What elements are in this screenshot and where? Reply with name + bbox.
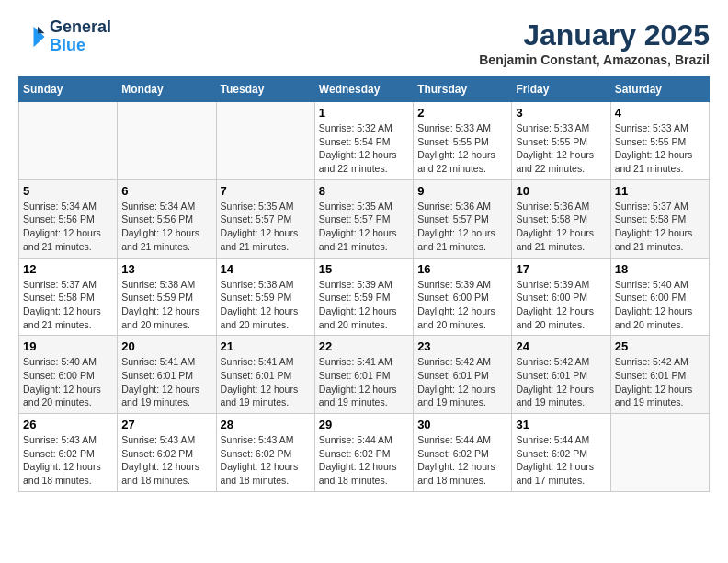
day-number: 6	[121, 184, 211, 198]
calendar-cell: 22Sunrise: 5:41 AM Sunset: 6:01 PM Dayli…	[314, 336, 413, 414]
day-header-thursday: Thursday	[414, 77, 512, 102]
day-number: 21	[221, 339, 311, 353]
day-info: Sunrise: 5:43 AM Sunset: 6:02 PM Dayligh…	[121, 433, 211, 488]
day-header-friday: Friday	[512, 77, 610, 102]
day-number: 19	[23, 339, 113, 353]
day-number: 4	[615, 106, 705, 120]
calendar-cell: 30Sunrise: 5:44 AM Sunset: 6:02 PM Dayli…	[414, 414, 512, 492]
day-number: 2	[417, 106, 507, 120]
calendar-cell	[216, 102, 314, 180]
calendar-cell: 28Sunrise: 5:43 AM Sunset: 6:02 PM Dayli…	[216, 414, 314, 492]
calendar-cell: 4Sunrise: 5:33 AM Sunset: 5:55 PM Daylig…	[610, 102, 709, 180]
day-number: 27	[121, 418, 211, 431]
calendar-cell: 31Sunrise: 5:44 AM Sunset: 6:02 PM Dayli…	[512, 414, 610, 492]
calendar-cell: 10Sunrise: 5:36 AM Sunset: 5:58 PM Dayli…	[512, 179, 610, 258]
calendar-cell	[19, 102, 118, 180]
calendar-cell: 20Sunrise: 5:41 AM Sunset: 6:01 PM Dayli…	[118, 336, 216, 414]
day-info: Sunrise: 5:39 AM Sunset: 6:00 PM Dayligh…	[417, 278, 507, 332]
day-number: 18	[615, 262, 705, 276]
calendar-cell: 6Sunrise: 5:34 AM Sunset: 5:56 PM Daylig…	[118, 179, 216, 258]
day-info: Sunrise: 5:39 AM Sunset: 6:00 PM Dayligh…	[516, 278, 606, 332]
title-area: January 2025 Benjamin Constant, Amazonas…	[479, 18, 710, 67]
day-number: 25	[615, 339, 705, 353]
day-number: 9	[417, 184, 507, 198]
calendar-cell: 2Sunrise: 5:33 AM Sunset: 5:55 PM Daylig…	[414, 102, 512, 180]
day-info: Sunrise: 5:42 AM Sunset: 6:01 PM Dayligh…	[516, 355, 606, 409]
day-info: Sunrise: 5:38 AM Sunset: 5:59 PM Dayligh…	[221, 278, 311, 332]
day-info: Sunrise: 5:42 AM Sunset: 6:01 PM Dayligh…	[615, 355, 705, 409]
day-info: Sunrise: 5:44 AM Sunset: 6:02 PM Dayligh…	[516, 433, 606, 488]
calendar-table: SundayMondayTuesdayWednesdayThursdayFrid…	[18, 76, 710, 492]
calendar-cell: 17Sunrise: 5:39 AM Sunset: 6:00 PM Dayli…	[512, 258, 610, 336]
calendar-cell: 3Sunrise: 5:33 AM Sunset: 5:55 PM Daylig…	[512, 102, 610, 180]
calendar-cell: 13Sunrise: 5:38 AM Sunset: 5:59 PM Dayli…	[118, 258, 216, 336]
day-header-monday: Monday	[118, 77, 216, 102]
day-number: 20	[121, 339, 211, 353]
calendar-week-row: 19Sunrise: 5:40 AM Sunset: 6:00 PM Dayli…	[19, 336, 710, 414]
page-header: General Blue January 2025 Benjamin Const…	[18, 18, 710, 67]
calendar-week-row: 1Sunrise: 5:32 AM Sunset: 5:54 PM Daylig…	[19, 102, 710, 180]
calendar-cell: 9Sunrise: 5:36 AM Sunset: 5:57 PM Daylig…	[414, 179, 512, 258]
day-number: 23	[417, 339, 507, 353]
day-number: 31	[516, 418, 606, 431]
calendar-cell: 29Sunrise: 5:44 AM Sunset: 6:02 PM Dayli…	[314, 414, 413, 492]
month-title: January 2025	[479, 18, 710, 52]
location-subtitle: Benjamin Constant, Amazonas, Brazil	[479, 52, 710, 67]
day-number: 11	[615, 184, 705, 198]
calendar-cell: 7Sunrise: 5:35 AM Sunset: 5:57 PM Daylig…	[216, 179, 314, 258]
day-info: Sunrise: 5:36 AM Sunset: 5:58 PM Dayligh…	[516, 200, 606, 254]
day-number: 15	[319, 262, 409, 276]
calendar-cell: 1Sunrise: 5:32 AM Sunset: 5:54 PM Daylig…	[314, 102, 413, 180]
day-info: Sunrise: 5:37 AM Sunset: 5:58 PM Dayligh…	[615, 200, 705, 254]
day-header-sunday: Sunday	[19, 77, 118, 102]
day-info: Sunrise: 5:33 AM Sunset: 5:55 PM Dayligh…	[417, 121, 507, 176]
day-number: 26	[23, 418, 113, 431]
day-info: Sunrise: 5:40 AM Sunset: 6:00 PM Dayligh…	[23, 355, 113, 409]
logo-text: General Blue	[50, 18, 111, 55]
day-info: Sunrise: 5:43 AM Sunset: 6:02 PM Dayligh…	[221, 433, 311, 488]
calendar-cell: 25Sunrise: 5:42 AM Sunset: 6:01 PM Dayli…	[610, 336, 709, 414]
calendar-cell: 16Sunrise: 5:39 AM Sunset: 6:00 PM Dayli…	[414, 258, 512, 336]
day-header-tuesday: Tuesday	[216, 77, 314, 102]
calendar-cell: 8Sunrise: 5:35 AM Sunset: 5:57 PM Daylig…	[314, 179, 413, 258]
day-number: 24	[516, 339, 606, 353]
day-number: 16	[417, 262, 507, 276]
day-info: Sunrise: 5:38 AM Sunset: 5:59 PM Dayligh…	[121, 278, 211, 332]
calendar-cell	[118, 102, 216, 180]
day-info: Sunrise: 5:33 AM Sunset: 5:55 PM Dayligh…	[615, 121, 705, 176]
day-info: Sunrise: 5:41 AM Sunset: 6:01 PM Dayligh…	[121, 355, 211, 409]
day-header-wednesday: Wednesday	[314, 77, 413, 102]
day-number: 14	[221, 262, 311, 276]
day-info: Sunrise: 5:37 AM Sunset: 5:58 PM Dayligh…	[23, 278, 113, 332]
day-number: 1	[319, 106, 409, 120]
day-info: Sunrise: 5:32 AM Sunset: 5:54 PM Dayligh…	[319, 121, 409, 176]
calendar-week-row: 26Sunrise: 5:43 AM Sunset: 6:02 PM Dayli…	[19, 414, 710, 492]
day-number: 10	[516, 184, 606, 198]
calendar-cell: 27Sunrise: 5:43 AM Sunset: 6:02 PM Dayli…	[118, 414, 216, 492]
day-info: Sunrise: 5:33 AM Sunset: 5:55 PM Dayligh…	[516, 121, 606, 176]
day-info: Sunrise: 5:40 AM Sunset: 6:00 PM Dayligh…	[615, 278, 705, 332]
day-number: 8	[319, 184, 409, 198]
day-info: Sunrise: 5:35 AM Sunset: 5:57 PM Dayligh…	[221, 200, 311, 254]
day-number: 28	[221, 418, 311, 431]
day-info: Sunrise: 5:35 AM Sunset: 5:57 PM Dayligh…	[319, 200, 409, 254]
calendar-cell: 19Sunrise: 5:40 AM Sunset: 6:00 PM Dayli…	[19, 336, 118, 414]
calendar-header-row: SundayMondayTuesdayWednesdayThursdayFrid…	[19, 77, 710, 102]
day-number: 7	[221, 184, 311, 198]
calendar-cell: 24Sunrise: 5:42 AM Sunset: 6:01 PM Dayli…	[512, 336, 610, 414]
day-info: Sunrise: 5:34 AM Sunset: 5:56 PM Dayligh…	[121, 200, 211, 254]
day-number: 13	[121, 262, 211, 276]
day-header-saturday: Saturday	[610, 77, 709, 102]
calendar-cell: 11Sunrise: 5:37 AM Sunset: 5:58 PM Dayli…	[610, 179, 709, 258]
calendar-cell: 15Sunrise: 5:39 AM Sunset: 5:59 PM Dayli…	[314, 258, 413, 336]
calendar-cell: 5Sunrise: 5:34 AM Sunset: 5:56 PM Daylig…	[19, 179, 118, 258]
logo-icon	[18, 23, 46, 51]
day-info: Sunrise: 5:34 AM Sunset: 5:56 PM Dayligh…	[23, 200, 113, 254]
day-number: 29	[319, 418, 409, 431]
day-info: Sunrise: 5:36 AM Sunset: 5:57 PM Dayligh…	[417, 200, 507, 254]
day-number: 22	[319, 339, 409, 353]
day-info: Sunrise: 5:41 AM Sunset: 6:01 PM Dayligh…	[319, 355, 409, 409]
day-info: Sunrise: 5:44 AM Sunset: 6:02 PM Dayligh…	[417, 433, 507, 488]
day-number: 12	[23, 262, 113, 276]
calendar-cell	[610, 414, 709, 492]
